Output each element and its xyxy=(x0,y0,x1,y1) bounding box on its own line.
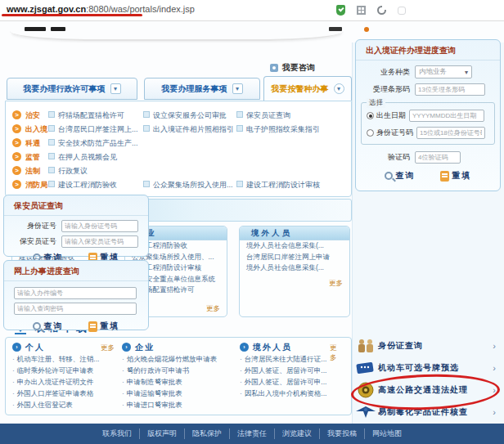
guide-box-overseas: 境外人员 境外人员社会信息采集(... 台湾居民口岸签注网上申请 境外人员社会信… xyxy=(239,226,350,317)
footer-link[interactable]: 隐私保护 xyxy=(185,428,230,439)
category-row: > 治安 狩猎场配置猎枪许可 设立保安服务公司审批 保安员证查询 xyxy=(6,109,351,123)
guide-box-header[interactable]: 境外人员 xyxy=(240,226,349,240)
field-label: 验证码 xyxy=(361,152,410,163)
quick-link-id-query[interactable]: 身份证查询 › xyxy=(353,334,504,357)
category-label[interactable]: 法制 xyxy=(25,166,40,177)
service-link[interactable]: 出入境证件相片照相指引 xyxy=(143,124,234,135)
arrow-circle-icon: › xyxy=(122,343,131,352)
download-link[interactable]: 机动车注册、转移、注销... xyxy=(12,353,117,365)
download-link[interactable]: 台湾居民来往大陆通行证... xyxy=(240,353,348,365)
arrow-bullet-icon: > xyxy=(12,180,21,189)
service-link[interactable]: 建设工程消防设计审核 xyxy=(236,180,320,191)
category-label[interactable]: 消防局 xyxy=(25,180,47,191)
service-link[interactable]: 公众聚集场所投入使用... xyxy=(143,180,233,191)
query-password-input[interactable] xyxy=(14,303,137,315)
business-type-select[interactable]: 内地业务 ▾ xyxy=(415,65,472,78)
download-link[interactable]: 申办出入境证件证明文件 xyxy=(12,376,117,388)
query-button[interactable]: 查询 xyxy=(33,321,64,332)
download-link[interactable]: 申请进口弩审批表 xyxy=(122,399,236,410)
download-link[interactable]: 外国人签证、居留许可申... xyxy=(240,376,348,388)
downloads-col-enterprise: › 企业 更多 焰火晚会烟花爆竹燃放申请表 弩的行政许可申请书 申请制造弩审批表… xyxy=(122,341,236,410)
field-label: 业务种类 xyxy=(361,67,410,78)
reset-button[interactable]: 重填 xyxy=(88,321,120,332)
category-row: > 消防局 建设工程消防验收 公众聚集场所投入使用... 建设工程消防设计审核 xyxy=(6,178,351,192)
downloads-col-label[interactable]: 企业 xyxy=(135,342,155,353)
guide-item[interactable]: 境外人员社会信息采集(... xyxy=(240,262,349,274)
download-link[interactable]: 申请运输弩审批表 xyxy=(122,388,236,399)
url-text[interactable]: www.zjsgat.gov.cn:8080/was/portals/index… xyxy=(7,4,195,14)
tab-label: 我要办理服务事项 xyxy=(162,83,227,95)
category-label[interactable]: 出入境 xyxy=(25,124,47,135)
service-link[interactable]: 建设工程消防验收 xyxy=(48,180,117,191)
url-path: :8080/was/portals/index.jsp xyxy=(86,4,195,14)
download-link[interactable]: 外国人签证、居留许可申... xyxy=(240,365,348,376)
download-link[interactable]: 因私出入境中介机构资格... xyxy=(240,388,348,399)
more-link[interactable]: 更多 xyxy=(206,304,220,314)
category-label[interactable]: 监管 xyxy=(25,152,40,163)
arrow-bullet-icon: > xyxy=(12,110,21,119)
guard-cert-panel: 保安员证查询 身份证号 保安员证号 查询 重填 xyxy=(3,195,149,257)
download-link[interactable]: 外国人住宿登记表 xyxy=(12,399,117,410)
guide-item[interactable]: 台湾居民口岸签注网上申请 xyxy=(240,252,349,263)
tab-by-police-type[interactable]: 我要按警种办事 ▾ xyxy=(263,76,352,101)
panel-title: 网上办事进度查询 xyxy=(4,261,148,281)
field-label: 受理条形码 xyxy=(361,84,410,95)
download-link[interactable]: 临时乘外轮许可证申请表 xyxy=(12,365,117,376)
service-link[interactable]: 安全技术防范产品生产... xyxy=(48,138,138,149)
download-link[interactable]: 焰火晚会烟花爆竹燃放申请表 xyxy=(122,353,236,365)
case-number-input[interactable] xyxy=(14,287,137,299)
downloads-col-label[interactable]: 个人 xyxy=(25,342,45,353)
security-shield-icon[interactable] xyxy=(336,5,345,16)
captcha-input[interactable] xyxy=(415,151,461,164)
service-link[interactable]: 台湾居民口岸签注网上... xyxy=(48,124,138,135)
category-row: > 出入境 台湾居民口岸签注网上... 出入境证件相片照相指引 电子护照指纹采集… xyxy=(6,123,351,137)
extensions-grid-icon[interactable] xyxy=(357,6,366,15)
service-link[interactable]: 保安员证查询 xyxy=(236,110,290,121)
footer-link[interactable]: 法律责任 xyxy=(230,428,275,439)
fieldset-legend: 选择 xyxy=(367,98,385,108)
barcode-input[interactable] xyxy=(415,83,485,96)
footer-link[interactable]: 浏览建议 xyxy=(275,428,320,439)
idnumber-radio[interactable] xyxy=(367,129,374,137)
guard-cert-input[interactable] xyxy=(61,235,138,248)
service-link[interactable]: 狩猎场配置猎枪许可 xyxy=(48,110,124,121)
panel-title: 出入境证件办理进度查询 xyxy=(356,40,500,61)
idnumber-input[interactable] xyxy=(416,127,485,139)
service-link[interactable]: 在押人员视频会见 xyxy=(48,152,117,163)
footer-link[interactable]: 版权声明 xyxy=(140,428,185,439)
category-label[interactable]: 科通 xyxy=(25,138,40,149)
download-link[interactable]: 弩的行政许可申请书 xyxy=(122,365,236,376)
category-row: > 科通 安全技术防范产品生产... xyxy=(6,137,351,150)
download-link[interactable]: 申请制造弩审批表 xyxy=(122,376,236,388)
download-link[interactable]: 外国人口岸签证申请表格 xyxy=(12,388,117,399)
query-button[interactable]: 查询 xyxy=(385,170,416,182)
chevron-down-icon[interactable]: ▾ xyxy=(232,83,243,94)
more-link[interactable]: 更多 xyxy=(101,343,115,353)
chevron-down-icon: ▾ xyxy=(465,69,468,76)
birthdate-radio[interactable] xyxy=(367,112,374,119)
tab-label: 我要办理行政许可事项 xyxy=(24,83,106,95)
guide-item[interactable]: 境外人员社会信息采集(... xyxy=(240,240,349,252)
birthdate-input[interactable] xyxy=(409,110,484,122)
tab-admin-permit[interactable]: 我要办理行政许可事项 ▾ xyxy=(7,78,137,100)
service-link[interactable]: 设立保安服务公司审批 xyxy=(143,110,227,121)
consult-link[interactable]: 我要咨询 xyxy=(270,62,315,74)
service-link[interactable]: 行政复议 xyxy=(48,166,88,177)
category-label[interactable]: 治安 xyxy=(25,110,40,121)
banner-fragment xyxy=(329,27,342,31)
banner-fragment-dot xyxy=(364,27,369,32)
refresh-icon[interactable] xyxy=(377,6,386,15)
downloads-col-label[interactable]: 境外人员 xyxy=(253,342,292,353)
reset-button[interactable]: 重填 xyxy=(440,170,472,182)
footer-link[interactable]: 联系我们 xyxy=(95,428,140,439)
footer-link[interactable]: 网站地图 xyxy=(365,428,409,439)
chevron-down-icon[interactable]: ▾ xyxy=(334,83,344,94)
more-link[interactable]: 更多 xyxy=(329,279,343,289)
service-link[interactable]: 电子护照指纹采集指引 xyxy=(236,124,320,135)
tab-service-items[interactable]: 我要办理服务事项 ▾ xyxy=(144,78,260,100)
category-row: > 监管 在押人员视频会见 xyxy=(6,150,351,164)
panel-title: 保安员证查询 xyxy=(4,195,148,216)
guard-id-input[interactable] xyxy=(61,220,138,232)
chevron-down-icon[interactable]: ▾ xyxy=(110,83,121,94)
footer-link[interactable]: 我要投稿 xyxy=(320,428,365,439)
